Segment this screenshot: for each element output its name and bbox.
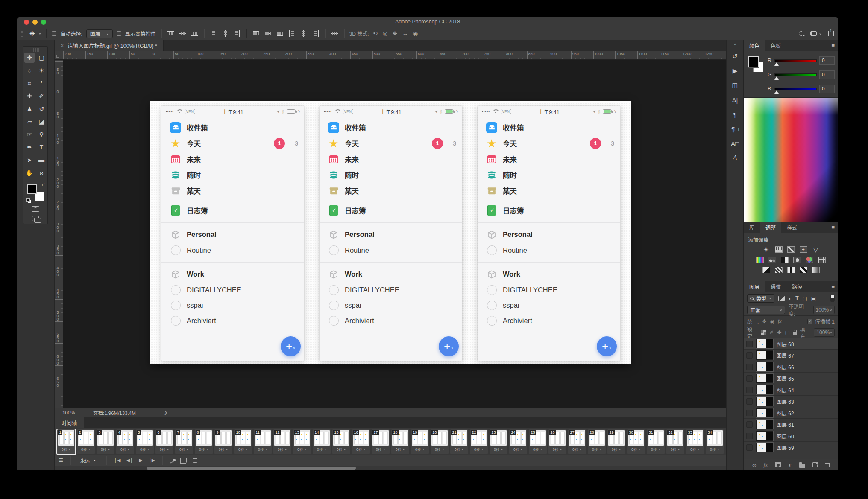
list-item-logbook[interactable]: ✓ 日志簿	[320, 202, 462, 218]
timeline-frame[interactable]: 16 0秒 ∨	[352, 429, 370, 454]
layer-name[interactable]: 图层 59	[777, 444, 794, 451]
list-item-upcoming[interactable]: 未来	[161, 151, 304, 167]
timeline-frame[interactable]: 17 0秒 ∨	[372, 429, 390, 454]
align-horizontal-centers-icon[interactable]	[223, 30, 228, 37]
frame-delay[interactable]: 0秒 ∨	[431, 446, 448, 452]
frame-delay[interactable]: 0秒 ∨	[97, 446, 114, 452]
list-item-project[interactable]: sspai	[161, 298, 304, 313]
fill-input[interactable]: 100% ∨	[814, 328, 835, 337]
timeline-frame[interactable]: 6 0秒 ∨	[155, 429, 173, 454]
link-layers-icon[interactable]: ∞	[752, 462, 756, 468]
frame-delay[interactable]: 0秒 ∨	[137, 446, 153, 452]
图层 67[interactable]: 图层 67	[744, 350, 838, 361]
layer-visibility-toggle[interactable]	[746, 375, 753, 382]
list-item-anytime[interactable]: 随时	[478, 167, 620, 183]
distribute-right-edges-icon[interactable]	[313, 30, 319, 37]
layer-visibility-toggle[interactable]	[746, 341, 753, 347]
frame-delay[interactable]: 0秒 ∨	[196, 446, 212, 452]
layer-thumbnail[interactable]	[756, 385, 773, 394]
align-left-edges-icon[interactable]	[211, 30, 216, 37]
frame-delay[interactable]: 0秒 ∨	[628, 446, 644, 452]
frame-delay[interactable]: 0秒 ∨	[687, 446, 703, 452]
section-personal[interactable]: Personal	[320, 227, 462, 242]
panel-menu-icon[interactable]: ≡	[831, 42, 838, 49]
list-item-project[interactable]: sspai	[320, 298, 462, 313]
frame-delay[interactable]: 0秒 ∨	[314, 446, 330, 452]
layer-thumbnail[interactable]	[756, 374, 773, 383]
图层 64[interactable]: 图层 64	[744, 384, 838, 396]
timeline-frame[interactable]: 31 0秒 ∨	[647, 429, 665, 454]
frame-delay[interactable]: 0秒 ∨	[490, 446, 507, 452]
play-button[interactable]: ▶	[139, 458, 142, 463]
图层 63[interactable]: 图层 63	[744, 396, 838, 407]
list-item-project[interactable]: Routine	[320, 242, 462, 258]
next-frame-button[interactable]: ❘▶	[148, 458, 155, 463]
timeline-frame[interactable]: 18 0秒 ∨	[391, 429, 409, 454]
tab-color[interactable]: 颜色	[744, 40, 765, 51]
timeline-frame[interactable]: 4 0秒 ∨	[116, 429, 134, 454]
status-chevron-icon[interactable]: ❯	[164, 410, 167, 415]
align-vertical-centers-icon[interactable]	[179, 31, 186, 36]
timeline-tab[interactable]: 时间轴	[55, 417, 84, 428]
list-item-project[interactable]: Archiviert	[320, 313, 462, 328]
share-icon[interactable]	[828, 31, 834, 36]
timeline-frame[interactable]: 11 0秒 ∨	[254, 429, 272, 454]
frame-delay[interactable]: 0秒 ∨	[530, 446, 546, 452]
timeline-frame[interactable]: 19 0秒 ∨	[411, 429, 429, 454]
list-item-inbox[interactable]: 收件箱	[161, 120, 304, 135]
section-work[interactable]: Work	[320, 266, 462, 282]
frame-delay[interactable]: 0秒 ∨	[392, 446, 408, 452]
frame-delay[interactable]: 0秒 ∨	[274, 446, 290, 452]
first-frame-button[interactable]: ❘◀	[114, 458, 120, 463]
red-slider[interactable]	[774, 59, 817, 62]
frame-delay[interactable]: 0秒 ∨	[156, 446, 173, 452]
filter-pixel-layers-icon[interactable]	[778, 296, 785, 301]
timeline-frame[interactable]: 9 0秒 ∨	[214, 429, 232, 454]
frame-delay[interactable]: 0秒 ∨	[510, 446, 526, 452]
add-task-button[interactable]: + ∨	[597, 336, 617, 356]
timeline-frame[interactable]: 7 0秒 ∨	[175, 429, 193, 454]
chevron-down-icon[interactable]: ∨	[819, 32, 821, 35]
auto-select-checkbox[interactable]	[52, 31, 56, 36]
auto-select-dropdown[interactable]: 图层 ∨	[86, 29, 113, 38]
layer-thumbnail[interactable]	[756, 339, 773, 348]
图层 61[interactable]: 图层 61	[744, 419, 838, 430]
layer-name[interactable]: 图层 64	[777, 386, 794, 394]
distribute-spacing-icon[interactable]	[331, 31, 338, 36]
list-item-project[interactable]: Archiviert	[478, 313, 620, 328]
timeline-frame[interactable]: 10 0秒 ∨	[234, 429, 252, 454]
timeline-frame[interactable]: 24 0秒 ∨	[509, 429, 527, 454]
blue-slider[interactable]	[774, 88, 817, 90]
list-item-today[interactable]: ★ 今天 1 3	[478, 135, 620, 151]
timeline-frame[interactable]: 21 0秒 ∨	[450, 429, 468, 454]
add-mask-icon[interactable]	[775, 462, 781, 467]
layer-visibility-toggle[interactable]	[746, 433, 753, 439]
layer-name[interactable]: 图层 68	[777, 340, 794, 347]
layer-thumbnail[interactable]	[756, 431, 773, 441]
frame-delay[interactable]: 0秒 ∨	[451, 446, 467, 452]
list-item-upcoming[interactable]: 未来	[320, 151, 462, 167]
new-group-icon[interactable]	[799, 464, 805, 468]
tab-swatches[interactable]: 色板	[765, 40, 786, 51]
default-colors-icon[interactable]	[26, 198, 30, 202]
list-item-project[interactable]: DIGITALLYCHEE	[478, 282, 620, 298]
unify-visibility-icon[interactable]: ◉	[770, 318, 774, 324]
frame-delay[interactable]: 0秒 ∨	[78, 446, 94, 452]
list-item-inbox[interactable]: 收件箱	[320, 120, 462, 135]
layer-thumbnail[interactable]	[756, 362, 773, 371]
timeline-frame[interactable]: 26 0秒 ∨	[548, 429, 566, 454]
timeline-frame[interactable]: 20 0秒 ∨	[431, 429, 449, 454]
zoom-level[interactable]: 100%	[62, 410, 82, 415]
list-item-project[interactable]: DIGITALLYCHEE	[320, 282, 462, 298]
frame-delay[interactable]: 0秒 ∨	[589, 446, 605, 452]
timeline-frame[interactable]: 23 0秒 ∨	[490, 429, 507, 454]
filter-adjustment-layers-icon[interactable]: ◐	[789, 295, 792, 301]
timeline-frame[interactable]: 27 0秒 ∨	[568, 429, 586, 454]
align-bottom-edges-icon[interactable]	[191, 31, 198, 36]
collapse-dock-icon[interactable]: «	[734, 42, 736, 47]
panel-menu-icon[interactable]: ≡	[831, 283, 838, 290]
timeline-frame[interactable]: 1 0秒 ∨	[57, 429, 75, 454]
section-work[interactable]: Work	[478, 266, 620, 282]
frame-delay[interactable]: 0秒 ∨	[549, 446, 566, 452]
layer-name[interactable]: 图层 60	[777, 432, 794, 440]
